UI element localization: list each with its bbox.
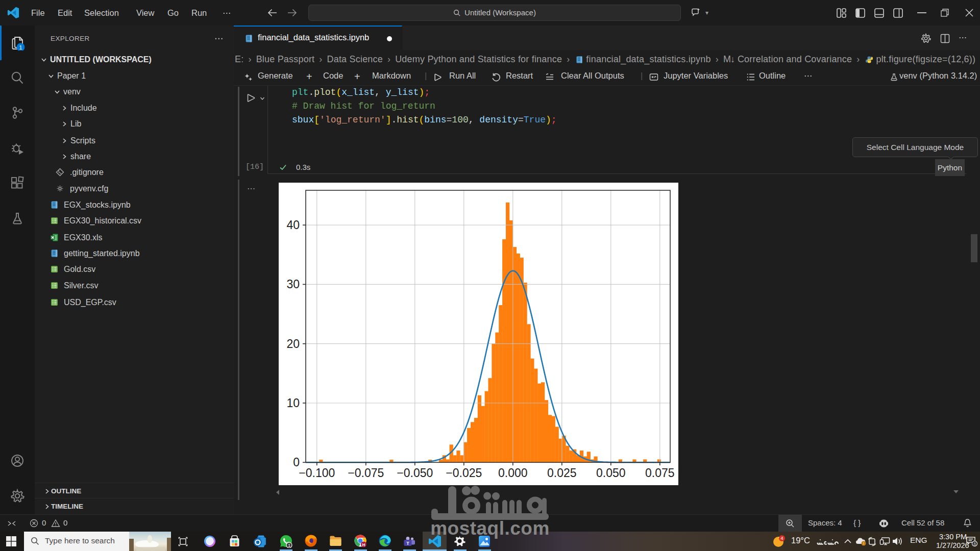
svg-text:H: H bbox=[362, 542, 365, 547]
svg-text:mostaql.com: mostaql.com bbox=[430, 518, 550, 539]
svg-text:−0.050: −0.050 bbox=[397, 466, 433, 480]
svg-text:10: 10 bbox=[286, 396, 300, 410]
svg-text:−0.100: −0.100 bbox=[299, 466, 335, 480]
svg-text:!: ! bbox=[863, 541, 864, 546]
svg-text:40: 40 bbox=[286, 218, 300, 232]
svg-text:0.025: 0.025 bbox=[547, 466, 577, 480]
svg-text:0.075: 0.075 bbox=[645, 466, 675, 480]
svg-text:0.000: 0.000 bbox=[498, 466, 528, 480]
svg-text:0.050: 0.050 bbox=[596, 466, 626, 480]
svg-text:30: 30 bbox=[286, 278, 300, 291]
svg-text:8: 8 bbox=[973, 541, 976, 546]
svg-text:−0.075: −0.075 bbox=[348, 466, 384, 480]
svg-text:−0.025: −0.025 bbox=[446, 466, 482, 480]
svg-text:4: 4 bbox=[780, 535, 783, 541]
svg-text:T: T bbox=[406, 541, 409, 546]
svg-text:1: 1 bbox=[288, 543, 290, 548]
svg-text:20: 20 bbox=[286, 337, 300, 350]
svg-text:0: 0 bbox=[293, 456, 300, 469]
svg-text:1: 1 bbox=[19, 44, 22, 51]
